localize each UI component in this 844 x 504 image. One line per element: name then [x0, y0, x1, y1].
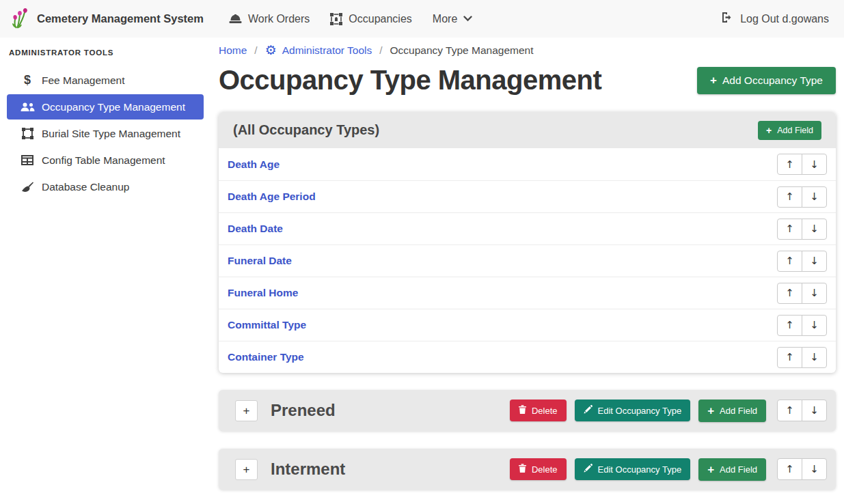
sidebar-item-label: Database Cleanup — [42, 181, 129, 193]
add-occupancy-type-button[interactable]: + Add Occupancy Type — [697, 67, 836, 94]
reorder-controls: ↑ ↓ — [777, 458, 827, 480]
field-link-death-age-period[interactable]: Death Age Period — [228, 191, 777, 203]
card-title: (All Occupancy Types) — [233, 122, 758, 138]
main-content: Home / ⚙ Administrator Tools / Occupancy… — [210, 38, 844, 504]
breadcrumb-separator: / — [379, 44, 382, 57]
nav-occupancies[interactable]: Occupancies — [320, 6, 422, 32]
move-down-button[interactable]: ↓ — [802, 347, 827, 368]
edit-occupancy-type-label: Edit Occupancy Type — [598, 464, 682, 475]
breadcrumb: Home / ⚙ Administrator Tools / Occupancy… — [219, 44, 836, 57]
reorder-controls: ↑ ↓ — [777, 154, 827, 175]
nav-work-orders[interactable]: Work Orders — [219, 6, 320, 32]
sidebar-item-occupancy-type-management[interactable]: Occupancy Type Management — [7, 94, 204, 120]
users-icon — [20, 102, 35, 112]
occupancy-type-section-preneed: + Preneed Delete — [219, 390, 836, 431]
reorder-controls: ↑ ↓ — [777, 400, 827, 421]
plus-icon: + — [766, 126, 772, 135]
add-field-button[interactable]: + Add Field — [758, 121, 821, 140]
move-down-button[interactable]: ↓ — [802, 283, 827, 304]
sidebar-item-label: Config Table Management — [42, 154, 165, 167]
move-up-button[interactable]: ↑ — [777, 458, 802, 480]
field-row: Death Age Period ↑ ↓ — [219, 180, 836, 212]
field-row: Funeral Home ↑ ↓ — [219, 277, 836, 309]
field-row: Death Age ↑ ↓ — [219, 148, 836, 180]
move-down-button[interactable]: ↓ — [802, 458, 827, 480]
vector-square-icon — [20, 128, 35, 139]
move-up-button[interactable]: ↑ — [777, 186, 802, 208]
sidebar-item-burial-site-type-management[interactable]: Burial Site Type Management — [7, 121, 204, 146]
plus-icon: + — [707, 405, 714, 417]
sidebar-item-fee-management[interactable]: $ Fee Management — [7, 68, 204, 93]
field-link-death-date[interactable]: Death Date — [228, 223, 777, 235]
breadcrumb-separator: / — [254, 44, 257, 57]
field-link-funeral-date[interactable]: Funeral Date — [228, 255, 777, 267]
field-link-death-age[interactable]: Death Age — [228, 158, 777, 171]
add-field-button[interactable]: + Add Field — [698, 400, 766, 422]
all-occupancy-types-card: (All Occupancy Types) + Add Field Death … — [219, 112, 836, 373]
move-up-button[interactable]: ↑ — [777, 154, 802, 175]
sidebar-item-label: Occupancy Type Management — [42, 101, 185, 113]
nav-occupancies-label: Occupancies — [349, 13, 412, 25]
field-link-funeral-home[interactable]: Funeral Home — [228, 287, 777, 299]
reorder-controls: ↑ ↓ — [777, 283, 827, 304]
top-navbar: Cemetery Management System Work Orders — [0, 0, 844, 38]
delete-button[interactable]: Delete — [510, 458, 567, 480]
trash-icon — [519, 405, 526, 416]
sign-out-icon — [721, 12, 734, 26]
breadcrumb-home-link[interactable]: Home — [219, 44, 247, 57]
trash-icon — [519, 464, 526, 475]
sidebar-heading: ADMINISTRATOR TOOLS — [0, 42, 210, 66]
field-row: Death Date ↑ ↓ — [219, 212, 836, 244]
chevron-down-icon — [463, 16, 472, 22]
reorder-controls: ↑ ↓ — [777, 219, 827, 240]
reorder-controls: ↑ ↓ — [777, 251, 827, 272]
card-header: (All Occupancy Types) + Add Field — [219, 112, 836, 148]
sidebar-item-config-table-management[interactable]: Config Table Management — [7, 148, 204, 173]
section-title: Interment — [271, 460, 510, 479]
field-link-container-type[interactable]: Container Type — [228, 351, 777, 363]
move-up-button[interactable]: ↑ — [777, 283, 802, 304]
reorder-controls: ↑ ↓ — [777, 186, 827, 208]
nav-work-orders-label: Work Orders — [248, 13, 310, 25]
edit-occupancy-type-button[interactable]: Edit Occupancy Type — [575, 400, 691, 421]
move-up-button[interactable]: ↑ — [777, 400, 802, 421]
page-layout: ADMINISTRATOR TOOLS $ Fee Management Occ… — [0, 38, 844, 504]
move-down-button[interactable]: ↓ — [802, 154, 827, 175]
monument-frame-icon — [330, 13, 342, 25]
move-down-button[interactable]: ↓ — [802, 400, 827, 421]
page-title: Occupancy Type Management — [219, 65, 601, 96]
main-nav: Work Orders Occupancies More — [219, 6, 482, 32]
expand-button[interactable]: + — [235, 459, 258, 480]
app-brand[interactable]: Cemetery Management System — [11, 7, 204, 31]
pencil-icon — [584, 464, 593, 475]
nav-more[interactable]: More — [422, 6, 482, 32]
breadcrumb-current: Occupancy Type Management — [390, 44, 534, 57]
field-link-committal-type[interactable]: Committal Type — [228, 319, 777, 331]
logout-button[interactable]: Log Out d.gowans — [717, 5, 833, 33]
move-down-button[interactable]: ↓ — [802, 315, 827, 336]
section-title: Preneed — [271, 401, 510, 420]
sidebar-item-database-cleanup[interactable]: Database Cleanup — [7, 174, 204, 199]
plus-icon: + — [710, 74, 717, 86]
move-down-button[interactable]: ↓ — [802, 251, 827, 272]
move-up-button[interactable]: ↑ — [777, 315, 802, 336]
move-up-button[interactable]: ↑ — [777, 219, 802, 240]
expand-button[interactable]: + — [235, 400, 258, 421]
field-row: Committal Type ↑ ↓ — [219, 309, 836, 341]
move-down-button[interactable]: ↓ — [802, 219, 827, 240]
hard-hat-icon — [229, 13, 242, 25]
broom-icon — [20, 182, 35, 193]
breadcrumb-admin-tools-link[interactable]: ⚙ Administrator Tools — [265, 44, 372, 57]
delete-label: Delete — [532, 464, 558, 475]
reorder-controls: ↑ ↓ — [777, 315, 827, 336]
move-down-button[interactable]: ↓ — [802, 186, 827, 208]
move-up-button[interactable]: ↑ — [777, 251, 802, 272]
add-field-button[interactable]: + Add Field — [698, 458, 766, 481]
move-up-button[interactable]: ↑ — [777, 347, 802, 368]
delete-button[interactable]: Delete — [510, 400, 567, 421]
pencil-icon — [584, 405, 593, 416]
field-row: Funeral Date ↑ ↓ — [219, 244, 836, 277]
edit-occupancy-type-button[interactable]: Edit Occupancy Type — [575, 458, 691, 480]
add-field-label: Add Field — [720, 406, 757, 416]
reorder-controls: ↑ ↓ — [777, 347, 827, 368]
